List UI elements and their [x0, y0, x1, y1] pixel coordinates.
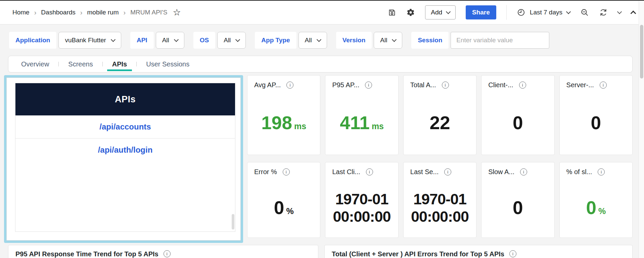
filter-value-version: All	[380, 37, 387, 44]
filter-api: API All	[130, 32, 184, 49]
refresh-icon[interactable]	[599, 8, 608, 17]
card-value: 0%	[586, 198, 606, 218]
filter-bar: Application vuBank Flutter API All OS Al…	[0, 25, 639, 56]
card-title: Last Se...	[410, 168, 439, 176]
tab-user-sessions[interactable]: User Sessions	[137, 56, 199, 72]
card-value: 0	[513, 198, 523, 218]
settings-gear-icon[interactable]	[406, 8, 415, 17]
collapse-chevron-up-icon[interactable]	[631, 10, 636, 16]
info-icon[interactable]: i	[598, 168, 605, 175]
card-title: Total A...	[410, 81, 436, 89]
tab-user-sessions-label: User Sessions	[146, 60, 189, 68]
apis-table-header: APIs	[15, 83, 235, 115]
breadcrumb-dashboards[interactable]: Dashboards	[41, 9, 75, 16]
breadcrumb-mobile-rum[interactable]: mobile rum	[87, 9, 119, 16]
panel-title: Total (Client + Server ) API Errors Tren…	[332, 250, 504, 258]
add-button[interactable]: Add	[425, 5, 456, 19]
zoom-out-icon[interactable]	[580, 8, 589, 17]
card-title: Last Cli...	[332, 168, 360, 176]
filter-dropdown-application[interactable]: vuBank Flutter	[58, 32, 121, 49]
filter-dropdown-app-type[interactable]: All	[298, 32, 327, 49]
filter-label-application: Application	[9, 32, 56, 49]
card-title: Error %	[254, 168, 277, 176]
apis-list-widget-selected[interactable]: APIs /api/accounts /api/auth/login	[4, 75, 243, 243]
tab-overview[interactable]: Overview	[12, 56, 58, 72]
add-button-label: Add	[431, 9, 442, 16]
chevron-down-icon	[235, 37, 240, 42]
dashboard-tabs: Overview Screens APIs User Sessions	[8, 56, 633, 72]
panel-errors-trend: Total (Client + Server ) API Errors Tren…	[324, 245, 633, 258]
breadcrumb-home[interactable]: Home	[12, 9, 30, 16]
chevron-down-icon	[317, 37, 321, 42]
metric-cards-grid: Avg AP... i 198ms P95 AP... i 411ms Tota…	[247, 75, 633, 238]
card-title: P95 AP...	[332, 81, 359, 89]
info-icon[interactable]: i	[509, 250, 516, 257]
chevron-down-icon	[174, 37, 179, 42]
apis-list-widget-body: APIs /api/accounts /api/auth/login	[6, 78, 241, 241]
card-value: 1970-01 00:00:00	[333, 191, 391, 225]
time-range-picker[interactable]: Last 7 days	[517, 8, 570, 17]
refresh-interval-chevron-icon[interactable]	[617, 9, 622, 14]
active-tab-underline	[107, 69, 132, 71]
info-icon[interactable]: i	[520, 168, 527, 175]
filter-application: Application vuBank Flutter	[9, 32, 121, 49]
metric-card-p95-api: P95 AP... i 411ms	[325, 75, 398, 155]
filter-label-os: OS	[193, 32, 215, 49]
dashboard-screen: Home › Dashboards › mobile rum › MRUM AP…	[0, 0, 644, 258]
share-button-label: Share	[472, 9, 490, 16]
tab-screens[interactable]: Screens	[59, 56, 102, 72]
info-icon[interactable]: i	[286, 82, 293, 89]
card-title: Slow A...	[488, 168, 514, 176]
panel-title: P95 API Response Time Trend for Top 5 AP…	[15, 250, 158, 258]
metric-card-error-pct: Error % i 0%	[247, 162, 320, 238]
breadcrumb: Home › Dashboards › mobile rum › MRUM AP…	[12, 9, 167, 16]
metric-card-slow-apis: Slow A... i 0	[481, 162, 554, 238]
card-title: % of sl...	[566, 168, 592, 176]
session-variable-input[interactable]	[451, 32, 549, 49]
toolbar-divider	[506, 5, 507, 20]
info-icon[interactable]: i	[600, 82, 607, 89]
api-link-row[interactable]: /api/accounts	[15, 115, 235, 139]
page-scrollbar[interactable]	[639, 1, 644, 258]
filter-value-application: vuBank Flutter	[65, 37, 106, 44]
card-title: Server-...	[566, 81, 594, 89]
top-bar: Home › Dashboards › mobile rum › MRUM AP…	[0, 1, 644, 24]
info-icon[interactable]: i	[366, 168, 373, 175]
card-value: 0%	[274, 198, 294, 218]
info-icon[interactable]: i	[519, 82, 526, 89]
metric-card-total-api: Total A... i 22	[403, 75, 476, 155]
chevron-down-icon	[111, 37, 116, 42]
share-button[interactable]: Share	[466, 5, 496, 19]
chevron-down-icon	[566, 9, 571, 14]
metric-card-last-server-error: Last Se... i 1970-01 00:00:00	[403, 162, 476, 238]
chevron-down-icon	[392, 37, 397, 42]
filter-label-version: Version	[336, 32, 372, 49]
filter-app-type: App Type All	[255, 32, 327, 49]
info-icon[interactable]: i	[365, 82, 372, 89]
card-title: Client-...	[488, 81, 513, 89]
info-icon[interactable]: i	[283, 168, 290, 175]
breadcrumb-separator-icon: ›	[34, 9, 37, 16]
filter-label-app-type: App Type	[255, 32, 296, 49]
filter-value-os: All	[224, 37, 231, 44]
metric-card-pct-slow: % of sl... i 0%	[559, 162, 633, 238]
card-value: 22	[429, 113, 450, 133]
save-icon[interactable]	[387, 8, 396, 17]
time-range-label: Last 7 days	[530, 9, 562, 16]
breadcrumb-separator-icon: ›	[80, 9, 83, 16]
card-title: Avg AP...	[254, 81, 281, 89]
filter-os: OS All	[193, 32, 246, 49]
card-value: 411ms	[340, 113, 384, 133]
info-icon[interactable]: i	[444, 168, 451, 175]
tab-apis[interactable]: APIs	[103, 56, 136, 72]
info-icon[interactable]: i	[442, 82, 449, 89]
table-scrollbar-thumb[interactable]	[232, 214, 234, 229]
filter-dropdown-os[interactable]: All	[217, 32, 246, 49]
filter-session: Session	[411, 32, 549, 49]
filter-dropdown-api[interactable]: All	[156, 32, 184, 49]
favorite-star-icon[interactable]: ☆	[173, 8, 181, 17]
page-scrollbar-thumb[interactable]	[640, 25, 643, 79]
api-link-row[interactable]: /api/auth/login	[15, 139, 235, 161]
info-icon[interactable]: i	[164, 250, 171, 257]
filter-dropdown-version[interactable]: All	[374, 32, 402, 49]
